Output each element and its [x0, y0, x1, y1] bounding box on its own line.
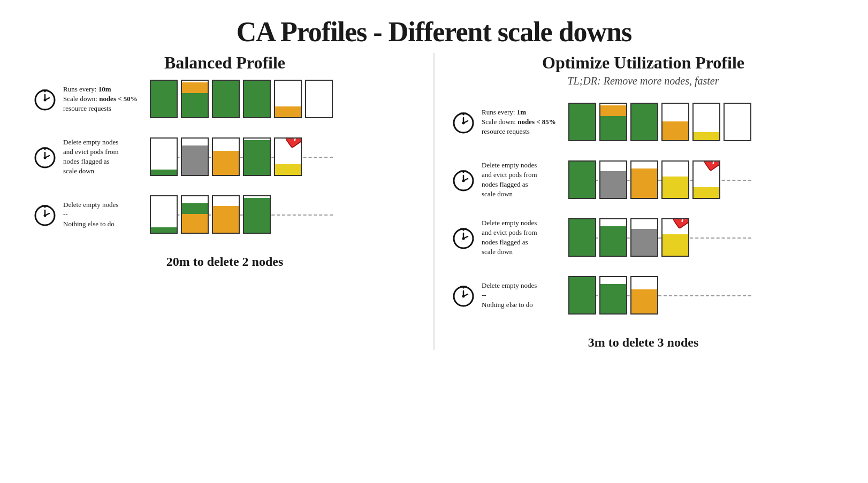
step-text-2: Delete empty nodes--Nothing else to do [63, 200, 118, 229]
timer-icon [451, 109, 476, 135]
optimize-steps: Runs every: 1mScale down: nodes < 85% re… [451, 98, 751, 329]
node-fill-yellow [694, 132, 719, 140]
section-divider [433, 53, 435, 350]
node-box [568, 276, 596, 315]
step-left-2: Delete empty nodesand evict pods fromnod… [451, 218, 568, 257]
node-fill-green [244, 140, 270, 175]
node-box [599, 160, 627, 199]
nodes-area-0 [568, 98, 751, 146]
node-box [150, 137, 178, 176]
node-fill-green [569, 218, 595, 256]
node-fill-orange [631, 168, 657, 198]
node-box [568, 160, 596, 199]
node-box [305, 80, 333, 118]
node-fill-green [213, 80, 239, 117]
optimize-profile: Optimize Utilization Profile TL;DR: Remo… [451, 53, 836, 350]
balanced-summary: 20m to delete 2 nodes [166, 255, 284, 269]
step-text-0: Runs every: 10mScale down: nodes < 50% r… [63, 85, 150, 114]
step-row-3: Delete empty nodes--Nothing else to do [451, 271, 751, 319]
node-fill-orange [663, 121, 688, 140]
node-box [630, 218, 658, 257]
node-box [568, 218, 596, 257]
node-fill-gray [631, 229, 657, 256]
node-fill-green [244, 198, 270, 233]
svg-point-19 [44, 214, 47, 217]
svg-point-5 [44, 99, 47, 102]
step-left-1: Delete empty nodesand evict pods fromnod… [451, 160, 568, 200]
node-fill-orange [600, 105, 626, 116]
node-fill-yellow [694, 187, 719, 198]
node-fill-orange [213, 151, 239, 175]
node-fill-green [600, 116, 626, 140]
main-layout: Balanced Profile Runs every: 10mScale do… [11, 53, 857, 350]
svg-point-11 [44, 157, 47, 159]
step-text-1: Delete empty nodesand evict pods fromnod… [63, 137, 119, 177]
node-box [599, 276, 627, 315]
node-box [568, 103, 596, 141]
node-fill-green [600, 284, 626, 313]
evict-stamp-icon: ✕ [284, 137, 302, 155]
step-left-0: Runs every: 1mScale down: nodes < 85% re… [451, 108, 568, 137]
step-left-1: Delete empty nodesand evict pods fromnod… [32, 137, 150, 177]
node-box [243, 195, 271, 234]
step-row-0: Runs every: 10mScale down: nodes < 50% r… [32, 75, 333, 123]
nodes-row-0 [568, 103, 751, 141]
node-box [243, 80, 271, 118]
svg-point-31 [462, 180, 465, 182]
node-box [630, 276, 658, 315]
node-box [212, 195, 240, 234]
node-fill-yellow [275, 164, 301, 175]
node-box [274, 80, 302, 118]
node-fill-yellow [663, 234, 688, 256]
node-fill-green [631, 103, 657, 140]
step-left-0: Runs every: 10mScale down: nodes < 50% r… [32, 85, 150, 114]
nodes-row-0 [150, 80, 333, 118]
nodes-area-1: ✕ [150, 133, 333, 181]
node-fill-green [244, 80, 270, 117]
node-box [630, 103, 658, 141]
nodes-area-1: ✕ [568, 156, 751, 204]
node-fill-green [151, 170, 177, 175]
node-box: ✕ [692, 160, 720, 199]
node-fill-green [569, 160, 595, 198]
nodes-row-2: ✕ [568, 218, 751, 257]
timer-icon [32, 202, 58, 227]
nodes-row-1: ✕ [568, 160, 751, 199]
balanced-title: Balanced Profile [164, 53, 285, 73]
node-fill-green [151, 80, 177, 117]
svg-point-25 [462, 122, 465, 125]
node-fill-green [600, 226, 626, 256]
nodes-area-2 [150, 190, 333, 239]
node-fill-orange [275, 106, 301, 117]
evict-stamp-icon: ✕ [671, 218, 689, 235]
page-title: CA Profiles - Different scale downs [11, 11, 857, 48]
svg-point-39 [462, 237, 465, 240]
node-fill-green [151, 227, 177, 233]
node-box [692, 103, 720, 141]
nodes-row-1: ✕ [150, 137, 333, 176]
node-fill-orange [182, 82, 208, 93]
node-fill-yellow [663, 177, 688, 198]
optimize-subtitle: TL;DR: Remove more nodes, faster [567, 75, 719, 87]
node-box: ✕ [661, 218, 689, 257]
step-text-3: Delete empty nodes--Nothing else to do [482, 281, 537, 310]
nodes-area-0 [150, 75, 333, 123]
step-row-2: Delete empty nodesand evict pods fromnod… [451, 213, 751, 262]
timer-icon [451, 282, 476, 308]
step-row-1: Delete empty nodesand evict pods fromnod… [32, 133, 333, 181]
node-box [150, 195, 178, 234]
step-row-1: Delete empty nodesand evict pods fromnod… [451, 156, 751, 204]
node-box [661, 160, 689, 199]
node-box [212, 80, 240, 118]
nodes-area-3 [568, 271, 751, 319]
timer-icon [32, 86, 58, 112]
node-box [181, 80, 209, 118]
node-fill-green [569, 276, 595, 313]
node-box [243, 137, 271, 176]
evict-stamp-icon: ✕ [702, 160, 720, 178]
nodes-row-3 [568, 276, 751, 315]
timer-icon [32, 144, 58, 170]
step-left-2: Delete empty nodes--Nothing else to do [32, 200, 150, 229]
step-row-2: Delete empty nodes--Nothing else to do [32, 190, 333, 239]
step-left-3: Delete empty nodes--Nothing else to do [451, 281, 568, 310]
